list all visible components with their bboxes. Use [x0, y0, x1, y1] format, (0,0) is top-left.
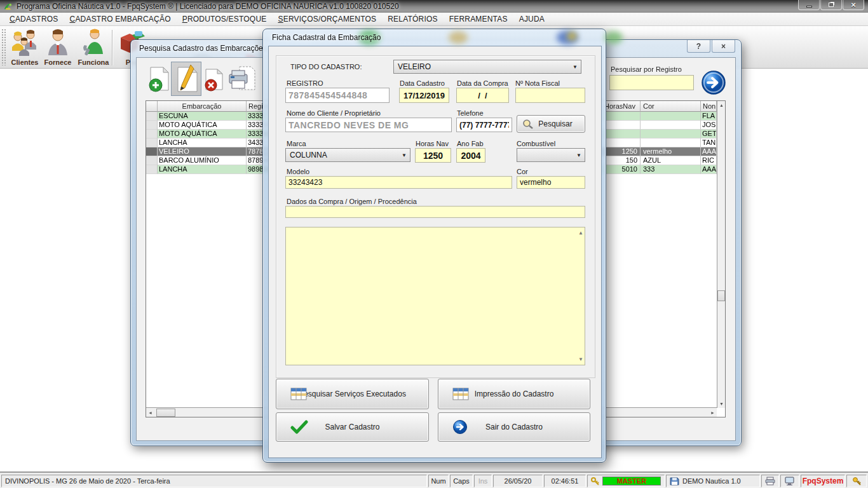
- search-go-button[interactable]: [701, 70, 726, 95]
- cell-cor: [641, 130, 701, 139]
- add-document-icon: [147, 66, 172, 94]
- clients-icon: [8, 28, 42, 58]
- cell-nome: FLA: [701, 112, 717, 121]
- grid-header-horasnav[interactable]: HorasNav: [602, 101, 641, 112]
- chevron-down-icon: ▼: [573, 64, 578, 70]
- status-location: DIVINOPOLIS - MG 26 de Maio de 2020 - Te…: [1, 475, 427, 487]
- help-button[interactable]: ?: [687, 40, 710, 53]
- marca-combobox[interactable]: COLUNNA ▼: [285, 148, 410, 162]
- status-printer[interactable]: [761, 475, 779, 487]
- cor-label: Cor: [517, 168, 528, 175]
- minimize-icon: [806, 6, 812, 8]
- toolbar-gripper: [1, 29, 7, 65]
- menu-ferramentas[interactable]: FERRAMENTAS: [444, 13, 513, 25]
- cliente-label: Nome do Cliente / Proprietário: [287, 109, 381, 117]
- salvar-cadastro-button[interactable]: Salvar Cadastro: [276, 412, 429, 442]
- menu-relatorios[interactable]: RELATÓRIOS: [382, 13, 443, 25]
- grid-header-cor[interactable]: Cor: [641, 101, 701, 112]
- dados-compra-input[interactable]: [285, 206, 585, 218]
- status-master-badge: MASTER: [602, 477, 661, 485]
- cell-horasnav: 1250: [602, 147, 641, 156]
- restore-icon: [829, 3, 834, 7]
- key-icon: [852, 477, 862, 486]
- modelo-label: Modelo: [287, 168, 309, 175]
- tipo-cadastro-combobox[interactable]: VELEIRO ▼: [393, 60, 581, 74]
- search-registry-input[interactable]: [609, 75, 694, 90]
- horas-nav-input[interactable]: [415, 148, 451, 163]
- salvar-cadastro-label: Salvar Cadastro: [325, 423, 379, 431]
- cell-embarcacao: BARCO ALUMÍNIO: [158, 156, 247, 165]
- menu-bar: CADASTROS CADASTRO EMBARCAÇÃO PRODUTOS/E…: [0, 13, 868, 26]
- supplier-icon: [41, 28, 75, 58]
- print-list-button[interactable]: [227, 64, 257, 97]
- cell-cor: 333: [641, 165, 701, 174]
- search-by-registry-label: Pesquisar por Registro: [611, 65, 682, 73]
- scroll-left-icon[interactable]: ◄: [146, 409, 154, 417]
- scroll-up-icon[interactable]: ▲: [578, 230, 583, 236]
- row-indicator: [146, 156, 158, 165]
- scroll-up-icon[interactable]: ▲: [717, 101, 726, 109]
- registro-input[interactable]: [285, 88, 390, 103]
- menu-produtos-estoque[interactable]: PRODUTOS/ESTOQUE: [177, 13, 273, 25]
- cell-embarcacao: VELEIRO: [158, 147, 247, 156]
- impressao-cadastro-button[interactable]: Impressão do Cadastro: [438, 379, 590, 409]
- status-network[interactable]: [780, 475, 799, 487]
- vertical-scroll-thumb[interactable]: [717, 290, 725, 301]
- add-record-button[interactable]: [147, 66, 172, 97]
- toolbar-clientes-button[interactable]: Clientes: [8, 28, 42, 66]
- scroll-right-icon[interactable]: ►: [709, 409, 717, 417]
- cliente-input[interactable]: [285, 118, 452, 132]
- minimize-button[interactable]: [798, 0, 820, 10]
- row-indicator: [146, 165, 158, 174]
- pesquisar-servicos-button[interactable]: Pesquisar Serviços Executados: [276, 379, 429, 409]
- cell-nome: RIC: [701, 156, 717, 165]
- modelo-input[interactable]: [285, 176, 512, 189]
- pesquisar-label: Pesquisar: [538, 119, 572, 128]
- help-icon: ?: [696, 42, 701, 51]
- desktop: { "app": { "title": "Programa Oficina Ná…: [0, 0, 868, 488]
- scroll-down-icon[interactable]: ▼: [717, 400, 726, 408]
- cell-horasnav: [602, 112, 641, 121]
- cor-input[interactable]: [517, 176, 585, 189]
- data-cadastro-input[interactable]: [399, 88, 449, 103]
- dialog-title: Ficha Cadastral da Embarcação: [272, 33, 381, 42]
- search-window-title: Pesquisa Cadastro das Embarcações: [139, 44, 267, 53]
- menu-servicos-orcamentos[interactable]: SERVIÇOS/ORÇAMENTOS: [272, 13, 382, 25]
- cell-nome: GET: [701, 130, 717, 139]
- restore-button[interactable]: [820, 0, 842, 10]
- telefone-input[interactable]: [456, 118, 512, 132]
- search-icon: [522, 119, 534, 129]
- row-indicator: [146, 112, 158, 121]
- ano-fab-input[interactable]: [456, 148, 485, 163]
- grid-header-embarcacao[interactable]: Embarcação: [158, 101, 247, 112]
- sair-cadastro-button[interactable]: Sair do Cadastro: [438, 412, 590, 442]
- printer-icon: [227, 64, 257, 95]
- pesquisar-button[interactable]: Pesquisar: [517, 115, 585, 133]
- main-titlebar: Programa Oficina Náutica v1.0 - FpqSyste…: [0, 0, 868, 13]
- observacoes-textarea[interactable]: ▲ ▼: [285, 227, 585, 365]
- horizontal-scroll-thumb[interactable]: [156, 409, 175, 417]
- cell-cor: [641, 112, 701, 121]
- marca-value: COLUNNA: [290, 151, 327, 159]
- edit-record-button[interactable]: [171, 62, 201, 96]
- grid-header-nome[interactable]: Non: [701, 101, 717, 112]
- grid-header-indicator: [146, 101, 158, 112]
- close-button[interactable]: ×: [843, 0, 864, 10]
- menu-cadastro-embarcacao[interactable]: CADASTRO EMBARCAÇÃO: [64, 13, 177, 25]
- data-compra-input[interactable]: [456, 88, 509, 103]
- combustivel-combobox[interactable]: ▼: [517, 148, 585, 162]
- status-key[interactable]: [846, 475, 867, 487]
- cell-cor: vermelho: [641, 147, 701, 156]
- toolbar-fornece-button[interactable]: Fornece: [41, 28, 75, 66]
- delete-record-button[interactable]: [203, 68, 226, 96]
- monitor-icon: [785, 477, 795, 485]
- nota-fiscal-input[interactable]: [515, 88, 585, 103]
- search-window-close-button[interactable]: ×: [712, 40, 735, 53]
- toolbar-funciona-button[interactable]: Funciona: [76, 28, 111, 66]
- go-arrow-icon: [701, 70, 726, 95]
- grid-vertical-scrollbar[interactable]: ▲ ▼: [717, 101, 725, 408]
- menu-cadastros[interactable]: CADASTROS: [4, 13, 64, 25]
- scroll-down-icon[interactable]: ▼: [578, 356, 583, 362]
- menu-ajuda[interactable]: AJUDA: [513, 13, 550, 25]
- registro-label: REGISTRO: [287, 79, 323, 87]
